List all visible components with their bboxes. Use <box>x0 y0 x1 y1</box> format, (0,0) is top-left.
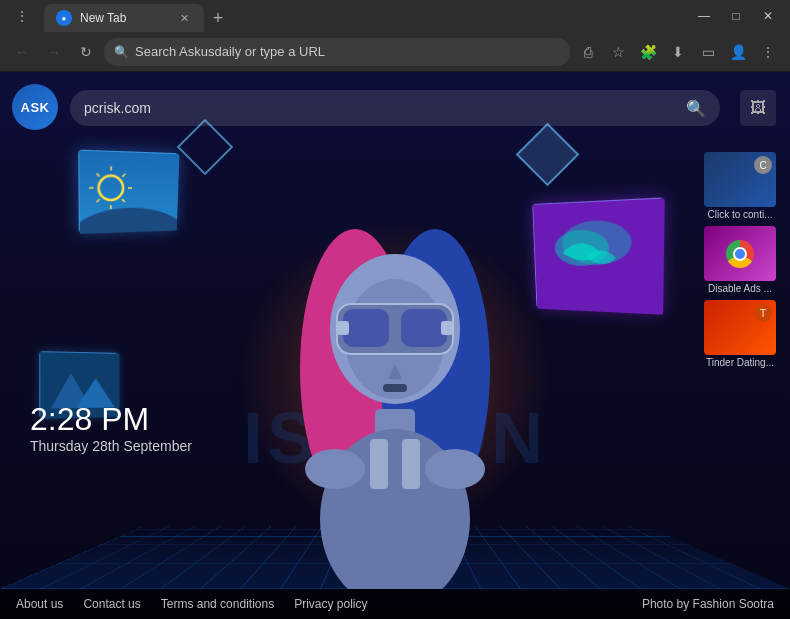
svg-rect-25 <box>441 321 453 335</box>
shortcut-thumb-disable[interactable] <box>704 226 776 281</box>
footer: About us Contact us Terms and conditions… <box>0 589 790 619</box>
footer-photo-credit: Photo by Fashion Sootra <box>642 597 774 611</box>
back-button[interactable]: ← <box>8 38 36 66</box>
shortcut-click-to-continue[interactable]: C Click to conti... <box>700 152 780 220</box>
time-display: 2:28 PM Thursday 28th September <box>30 401 192 454</box>
shortcut-label-tinder: Tinder Dating... <box>704 357 776 368</box>
shortcut-thumb-click[interactable]: C <box>704 152 776 207</box>
purple-panel-svg <box>533 198 665 314</box>
ask-logo-text: ASK <box>21 100 50 115</box>
tab-strip: ● New Tab ✕ + <box>44 0 682 32</box>
cast-button[interactable]: ▭ <box>694 38 722 66</box>
image-icon: 🖼 <box>750 99 766 117</box>
svg-rect-27 <box>383 384 407 392</box>
bookmark-button[interactable]: ☆ <box>604 38 632 66</box>
download-button[interactable]: ⬇ <box>664 38 692 66</box>
landscape-svg <box>79 151 179 234</box>
address-bar[interactable]: 🔍 Search Askusdaily or type a URL <box>104 38 570 66</box>
shortcuts-area: C Click to conti... Disable Ads ... T Ti… <box>700 152 780 368</box>
svg-rect-22 <box>343 309 389 347</box>
image-search-button[interactable]: 🖼 <box>740 90 776 126</box>
svg-rect-32 <box>370 439 388 489</box>
maximize-button[interactable]: □ <box>722 2 750 30</box>
forward-button[interactable]: → <box>40 38 68 66</box>
profile-button[interactable]: 👤 <box>724 38 752 66</box>
chrome-icon <box>726 240 754 268</box>
tab-title: New Tab <box>80 11 126 25</box>
search-input-value: pcrisk.com <box>84 100 678 116</box>
share-button[interactable]: ⎙ <box>574 38 602 66</box>
search-icon: 🔍 <box>686 99 706 118</box>
extension-button[interactable]: 🧩 <box>634 38 662 66</box>
panel-right-purple <box>532 197 663 313</box>
refresh-button[interactable]: ↻ <box>72 38 100 66</box>
shortcut-label-disable: Disable Ads ... <box>704 283 776 294</box>
active-tab[interactable]: ● New Tab ✕ <box>44 4 204 32</box>
shortcut-initial-c: C <box>754 156 772 174</box>
address-search-icon: 🔍 <box>114 45 129 59</box>
vr-person-svg <box>255 209 535 589</box>
shortcut-label-click: Click to conti... <box>704 209 776 220</box>
address-placeholder-text: Search Askusdaily or type a URL <box>135 44 560 59</box>
menu-button[interactable]: ⋮ <box>754 38 782 66</box>
nav-actions: ⎙ ☆ 🧩 ⬇ ▭ 👤 ⋮ <box>574 38 782 66</box>
new-tab-page: ISKCON <box>0 72 790 619</box>
footer-about-us[interactable]: About us <box>16 597 63 611</box>
tab-controls: ⋮ <box>8 2 36 30</box>
title-bar: ⋮ ● New Tab ✕ + — □ ✕ <box>0 0 790 32</box>
vr-figure <box>255 209 535 589</box>
footer-contact-us[interactable]: Contact us <box>83 597 140 611</box>
shortcut-thumb-tinder[interactable]: T <box>704 300 776 355</box>
date-text: Thursday 28th September <box>30 438 192 454</box>
svg-rect-33 <box>402 439 420 489</box>
svg-rect-24 <box>337 321 349 335</box>
time-text: 2:28 PM <box>30 401 192 438</box>
close-button[interactable]: ✕ <box>754 2 782 30</box>
minimize-button[interactable]: — <box>690 2 718 30</box>
shortcut-disable-ads[interactable]: Disable Ads ... <box>700 226 780 294</box>
panel-left-landscape <box>78 150 178 233</box>
footer-privacy[interactable]: Privacy policy <box>294 597 367 611</box>
svg-point-30 <box>305 449 365 489</box>
navigation-bar: ← → ↻ 🔍 Search Askusdaily or type a URL … <box>0 32 790 72</box>
window-controls: — □ ✕ <box>690 2 782 30</box>
ask-logo[interactable]: ASK <box>12 84 58 130</box>
shortcut-initial-t: T <box>754 304 772 322</box>
tab-list-btn[interactable]: ⋮ <box>8 2 36 30</box>
shortcut-tinder[interactable]: T Tinder Dating... <box>700 300 780 368</box>
footer-terms[interactable]: Terms and conditions <box>161 597 274 611</box>
new-tab-search-bar[interactable]: pcrisk.com 🔍 <box>70 90 720 126</box>
new-tab-button[interactable]: + <box>204 4 232 32</box>
svg-rect-23 <box>401 309 447 347</box>
svg-point-31 <box>425 449 485 489</box>
tab-favicon: ● <box>56 10 72 26</box>
tab-close-btn[interactable]: ✕ <box>176 10 192 26</box>
